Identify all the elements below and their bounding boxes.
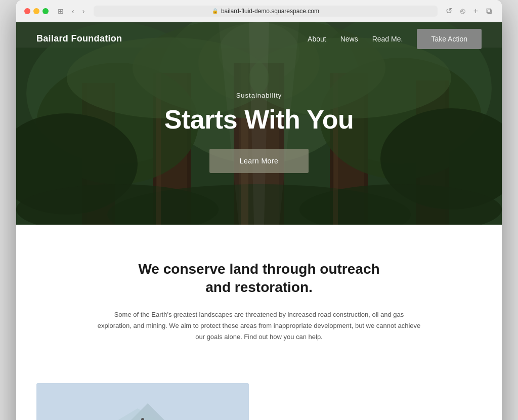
take-action-button[interactable]: Take Action	[417, 29, 482, 49]
lock-icon: 🔒	[212, 8, 218, 14]
nav-read-me[interactable]: Read Me.	[372, 35, 403, 43]
nav-about[interactable]: About	[308, 35, 326, 43]
url-text: bailard-fluid-demo.squarespace.com	[221, 8, 319, 15]
hero-content: Sustainability Starts With You Learn Mor…	[16, 55, 502, 225]
learn-more-button[interactable]: Learn More	[209, 149, 309, 173]
maximize-button[interactable]	[42, 8, 49, 14]
back-button[interactable]: ‹	[69, 6, 77, 16]
main-heading: We conserve land through outreach and re…	[133, 260, 385, 297]
forward-button[interactable]: ›	[79, 6, 88, 16]
new-tab-button[interactable]: +	[471, 5, 480, 17]
nav-news[interactable]: News	[340, 35, 358, 43]
main-content-section: We conserve land through outreach and re…	[16, 225, 502, 383]
site-nav: Bailard Foundation About News Read Me. T…	[16, 22, 502, 55]
share-button[interactable]: ⎋	[458, 5, 467, 17]
main-description: Some of the Earth's greatest landscapes …	[97, 309, 421, 343]
browser-actions: ↺ ⎋ + ⧉	[444, 5, 494, 17]
nav-links: About News Read Me. Take Action	[308, 34, 482, 44]
traffic-lights	[24, 8, 49, 14]
bottom-image	[36, 383, 249, 420]
site-logo: Bailard Foundation	[36, 33, 122, 44]
browser-controls: ⊞ ‹ ›	[55, 6, 88, 16]
browser-titlebar: ⊞ ‹ › 🔒 bailard-fluid-demo.squarespace.c…	[16, 0, 502, 22]
address-bar[interactable]: 🔒 bailard-fluid-demo.squarespace.com	[94, 6, 437, 17]
reload-button[interactable]: ↺	[444, 5, 454, 17]
hero-subtitle: Sustainability	[236, 92, 282, 99]
close-button[interactable]	[24, 8, 30, 14]
site-content: Bailard Foundation About News Read Me. T…	[16, 22, 502, 420]
hero-section: Bailard Foundation About News Read Me. T…	[16, 22, 502, 225]
sidebar-toggle[interactable]: ⊞	[55, 6, 67, 16]
bottom-section: Create A Site Like This Free trial. Inst…	[16, 383, 502, 420]
browser-window: ⊞ ‹ › 🔒 bailard-fluid-demo.squarespace.c…	[16, 0, 502, 420]
tabs-button[interactable]: ⧉	[484, 5, 494, 17]
landscape-illustration	[36, 383, 249, 420]
minimize-button[interactable]	[33, 8, 39, 14]
hero-title: Starts With You	[164, 105, 354, 134]
